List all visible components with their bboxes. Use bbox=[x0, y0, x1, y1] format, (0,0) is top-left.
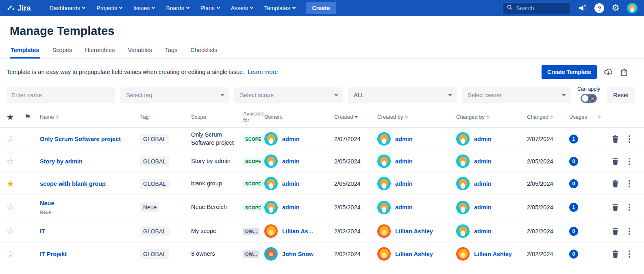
export-icon[interactable] bbox=[620, 67, 629, 76]
sort-created-by-icon[interactable] bbox=[405, 115, 408, 119]
create-button[interactable]: Create bbox=[306, 2, 337, 14]
created-by-link[interactable]: admin bbox=[395, 158, 413, 165]
favorite-star-icon[interactable] bbox=[7, 202, 14, 212]
tab-tags[interactable]: Tags bbox=[164, 43, 178, 59]
tab-checklists[interactable]: Checklists bbox=[189, 43, 218, 59]
favorite-star-icon[interactable] bbox=[7, 249, 14, 259]
profile-avatar[interactable] bbox=[627, 3, 637, 13]
owner-avatar[interactable] bbox=[264, 247, 278, 261]
create-template-button[interactable]: Create Template bbox=[542, 65, 597, 79]
delete-icon[interactable] bbox=[612, 135, 619, 143]
sort-changed-by-icon[interactable] bbox=[486, 115, 490, 119]
usages-count-badge[interactable]: 1 bbox=[569, 135, 578, 144]
learn-more-link[interactable]: Learn more bbox=[248, 69, 278, 75]
owner-link[interactable]: admin bbox=[282, 158, 300, 165]
nav-boards[interactable]: Boards bbox=[162, 2, 193, 14]
created-by-avatar[interactable] bbox=[377, 224, 391, 238]
more-actions-icon[interactable] bbox=[628, 179, 631, 188]
changed-by-link[interactable]: admin bbox=[474, 228, 492, 235]
template-name-link[interactable]: Only Scrum Software project bbox=[40, 136, 136, 142]
owner-link[interactable]: admin bbox=[282, 180, 300, 187]
changed-by-link[interactable]: admin bbox=[474, 136, 492, 142]
owner-avatar[interactable] bbox=[264, 177, 278, 190]
jira-logo[interactable]: Jira bbox=[7, 4, 31, 13]
owner-link[interactable]: John Snow bbox=[282, 251, 313, 257]
template-name-link[interactable]: IT bbox=[40, 228, 136, 235]
changed-by-avatar[interactable] bbox=[456, 247, 470, 261]
changed-by-link[interactable]: admin bbox=[474, 158, 492, 165]
more-actions-icon[interactable] bbox=[628, 203, 631, 212]
tag-filter-select[interactable]: Select tag bbox=[120, 87, 229, 103]
changed-by-link[interactable]: admin bbox=[474, 180, 492, 187]
owner-avatar[interactable] bbox=[264, 201, 278, 214]
created-by-avatar[interactable] bbox=[377, 154, 391, 168]
delete-icon[interactable] bbox=[612, 204, 619, 211]
usages-count-badge[interactable]: 0 bbox=[569, 227, 578, 236]
created-by-avatar[interactable] bbox=[377, 177, 391, 190]
sort-usages-icon[interactable] bbox=[598, 115, 601, 119]
usages-count-badge[interactable]: 0 bbox=[569, 250, 578, 259]
changed-by-avatar[interactable] bbox=[456, 154, 470, 168]
template-name-link[interactable]: IT Projekt bbox=[40, 251, 136, 257]
sort-name-icon[interactable] bbox=[56, 115, 59, 119]
delete-icon[interactable] bbox=[612, 250, 619, 258]
nav-projects[interactable]: Projects bbox=[92, 2, 126, 14]
nav-templates[interactable]: Templates bbox=[260, 2, 299, 14]
created-by-link[interactable]: admin bbox=[395, 204, 413, 211]
created-by-link[interactable]: admin bbox=[395, 180, 413, 187]
owner-link[interactable]: admin bbox=[282, 136, 300, 142]
more-actions-icon[interactable] bbox=[628, 135, 631, 144]
reset-button[interactable]: Reset bbox=[607, 87, 635, 103]
favorite-column-star-icon[interactable]: ★ bbox=[7, 112, 25, 122]
nav-dashboards[interactable]: Dashboards bbox=[46, 2, 89, 14]
created-by-avatar[interactable] bbox=[377, 247, 391, 261]
changed-by-link[interactable]: admin bbox=[474, 204, 492, 211]
changed-by-avatar[interactable] bbox=[456, 177, 470, 190]
nav-plans[interactable]: Plans bbox=[196, 2, 224, 14]
type-filter-select[interactable]: ALL bbox=[348, 87, 457, 103]
tab-templates[interactable]: Templates bbox=[10, 43, 40, 59]
favorite-star-icon[interactable] bbox=[7, 179, 14, 188]
more-actions-icon[interactable] bbox=[628, 227, 631, 236]
created-by-avatar[interactable] bbox=[377, 132, 391, 146]
owner-filter-select[interactable]: Select owner bbox=[462, 87, 571, 103]
scope-filter-select[interactable]: Select scope bbox=[234, 87, 343, 103]
tab-hierarchies[interactable]: Hierarchies bbox=[84, 43, 115, 59]
global-search[interactable] bbox=[503, 2, 571, 14]
help-icon[interactable]: ? bbox=[594, 3, 604, 13]
more-actions-icon[interactable] bbox=[628, 250, 631, 259]
sort-changed-icon[interactable] bbox=[550, 115, 553, 119]
can-apply-toggle[interactable]: ✕ bbox=[581, 94, 597, 103]
usages-count-badge[interactable]: 0 bbox=[569, 157, 578, 166]
favorite-star-icon[interactable] bbox=[7, 134, 14, 144]
flag-column-icon[interactable]: ⚑ bbox=[25, 113, 40, 121]
owner-avatar[interactable] bbox=[264, 224, 278, 238]
settings-gear-icon[interactable]: ⚙ bbox=[611, 4, 620, 13]
import-cloud-icon[interactable] bbox=[603, 67, 613, 77]
created-by-link[interactable]: Lillian Ashley bbox=[395, 228, 433, 235]
delete-icon[interactable] bbox=[612, 180, 619, 187]
usages-count-badge[interactable]: 1 bbox=[569, 203, 578, 212]
created-by-avatar[interactable] bbox=[377, 201, 391, 214]
usages-count-badge[interactable]: 0 bbox=[569, 179, 578, 188]
changed-by-link[interactable]: Lillian Ashley bbox=[474, 251, 512, 257]
search-input[interactable] bbox=[516, 5, 566, 11]
tab-variables[interactable]: Variables bbox=[127, 43, 152, 59]
nav-assets[interactable]: Assets bbox=[227, 2, 257, 14]
delete-icon[interactable] bbox=[612, 158, 619, 165]
changed-by-avatar[interactable] bbox=[456, 201, 470, 214]
template-name-link[interactable]: Neue bbox=[40, 200, 136, 207]
created-by-link[interactable]: Lillian Ashley bbox=[395, 251, 433, 257]
changed-by-avatar[interactable] bbox=[456, 224, 470, 238]
template-name-link[interactable]: scope with blank group bbox=[40, 180, 136, 187]
owner-link[interactable]: Lillian As... bbox=[282, 228, 313, 235]
favorite-star-icon[interactable] bbox=[7, 157, 14, 166]
changed-by-avatar[interactable] bbox=[456, 132, 470, 146]
sort-created-icon[interactable] bbox=[355, 116, 358, 118]
created-by-link[interactable]: admin bbox=[395, 136, 413, 142]
favorite-star-icon[interactable] bbox=[7, 226, 14, 236]
owner-link[interactable]: admin bbox=[282, 204, 300, 211]
template-name-link[interactable]: Story by admin bbox=[40, 158, 136, 165]
more-actions-icon[interactable] bbox=[628, 157, 631, 166]
announcements-icon[interactable] bbox=[578, 4, 587, 13]
